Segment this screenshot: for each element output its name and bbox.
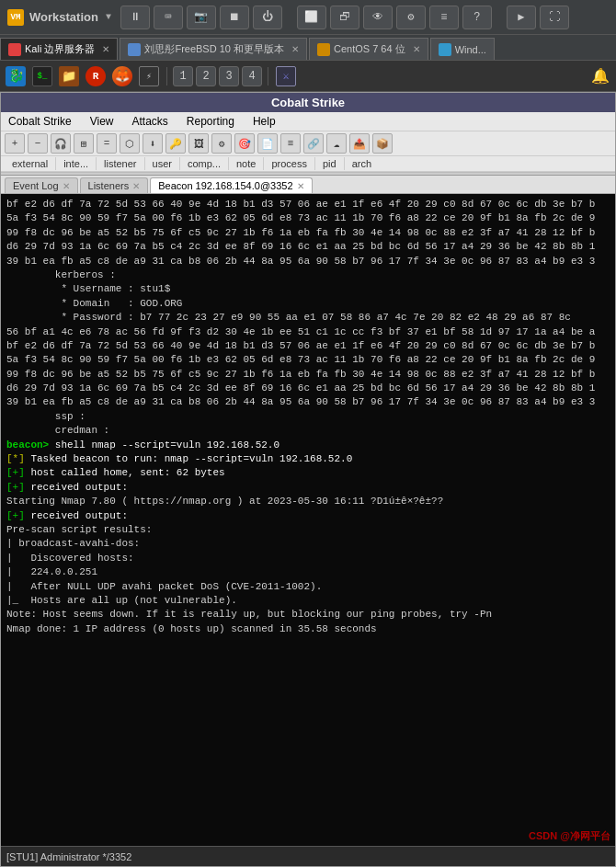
terminal-line: kerberos :	[6, 268, 610, 282]
fullscreen-button[interactable]: ⬜	[297, 6, 326, 29]
download-button[interactable]: ⬇	[143, 133, 163, 154]
freebsd-tab-icon	[128, 43, 141, 56]
terminal-line: d6 29 7d 93 1a 6c 69 7a b5 c4 2c 3d ee 8…	[6, 240, 610, 254]
title-bar: VM Workstation ▼ ⏸ ⌨ 📷 ⏹ ⏻ ⬜ 🗗 👁 ⚙ ≡ ? ▶…	[0, 0, 616, 35]
terminal-line: 39 b1 ea fb a5 c8 de a9 31 ca b8 06 2b 4…	[6, 255, 610, 268]
settings-button[interactable]: ≡	[429, 6, 459, 29]
terminal-line: * Password : b7 77 2c 23 27 e9 90 55 aa …	[6, 311, 610, 325]
cs-tab-beacon[interactable]: Beacon 192.168.154.0@3352 ✕	[150, 177, 312, 193]
col-computer: comp...	[180, 157, 229, 170]
cs-title-bar: Cobalt Strike	[1, 93, 615, 112]
cs-menu-view[interactable]: View	[86, 114, 118, 129]
taskbar-num-3[interactable]: 3	[219, 66, 239, 86]
prefs-button[interactable]: ⚙	[396, 6, 426, 29]
suspend-button[interactable]: ⏹	[220, 6, 249, 29]
image-button[interactable]: 🖼	[188, 133, 209, 154]
cs-tab-eventlog[interactable]: Event Log ✕	[5, 177, 78, 193]
os-tab-wind[interactable]: Wind...	[430, 38, 495, 60]
snapshot-button[interactable]: 📷	[187, 6, 216, 29]
cs-tab-listeners[interactable]: Listeners ✕	[80, 177, 149, 193]
power-button[interactable]: ⏻	[253, 6, 282, 29]
status-text: [STU1] Administrator */3352	[6, 851, 131, 862]
cs-tab-eventlog-close[interactable]: ✕	[63, 181, 70, 191]
link-button[interactable]: 🔗	[303, 133, 324, 154]
freebsd-tab-close[interactable]: ✕	[291, 44, 299, 54]
cs-menu-reporting[interactable]: Reporting	[183, 114, 238, 129]
cs-title-text: Cobalt Strike	[271, 96, 345, 109]
remove-button[interactable]: −	[28, 133, 48, 154]
centos-tab-close[interactable]: ✕	[413, 44, 420, 54]
expand-button[interactable]: ⛶	[540, 6, 569, 29]
cobalt-strike-taskbar-icon[interactable]: ⚔	[274, 64, 298, 88]
firefox-icon[interactable]: 🦊	[110, 64, 134, 88]
terminal-line: Note: Host seems down. If it is really u…	[6, 608, 610, 622]
terminal-line: 5a f3 54 8c 90 59 f7 5a 00 f6 1b e3 62 0…	[6, 353, 610, 367]
terminal-line: ssp :	[6, 410, 610, 424]
centos-tab-label: CentOS 7 64 位	[334, 42, 405, 56]
taskbar-num-4[interactable]: 4	[242, 66, 262, 86]
kali-dragon-icon[interactable]: 🐉	[4, 64, 28, 88]
export-button[interactable]: 📤	[349, 133, 370, 154]
terminal-line: 39 b1 ea fb a5 c8 de a9 31 ca b8 06 2b 4…	[6, 395, 610, 409]
kali-tab-label: Kali 边界服务器	[25, 42, 95, 56]
terminal-line: * Username : stu1$	[6, 282, 610, 296]
script-button[interactable]: 📄	[257, 133, 278, 154]
os-tabs-bar: Kali 边界服务器 ✕ 刘思彤FreeBSD 10 和更早版本 ✕ CentO…	[0, 35, 616, 61]
add-button[interactable]: +	[5, 133, 25, 154]
col-pid: pid	[315, 157, 345, 170]
cs-menu-attacks[interactable]: Attacks	[129, 114, 172, 129]
app-dropdown-arrow[interactable]: ▼	[106, 12, 111, 22]
send-ctrl-alt-del[interactable]: ⌨	[154, 6, 183, 29]
cs-tab-beacon-close[interactable]: ✕	[297, 181, 304, 191]
cs-tab-listeners-close[interactable]: ✕	[132, 181, 140, 191]
terminal-taskbar-icon[interactable]: $_	[30, 64, 54, 88]
os-tab-freebsd[interactable]: 刘思彤FreeBSD 10 和更早版本 ✕	[120, 38, 307, 60]
graph-button[interactable]: ⬡	[120, 133, 140, 154]
grid-button[interactable]: ⊞	[74, 133, 94, 154]
terminal-line: Nmap done: 1 IP address (0 hosts up) sca…	[6, 622, 610, 636]
terminal-button[interactable]: ▶	[507, 6, 536, 29]
kali-tab-close[interactable]: ✕	[102, 44, 109, 54]
pause-button[interactable]: ⏸	[120, 6, 150, 29]
terminal-line: Pre-scan script results:	[6, 523, 610, 537]
cs-toolbar: + − 🎧 ⊞ = ⬡ ⬇ 🔑 🖼 ⚙ 🎯 📄 ≡ 🔗 ☁ 📤 📦	[1, 131, 615, 156]
headphone-button[interactable]: 🎧	[51, 133, 71, 154]
cs-columns-header: external inte... listener user comp... n…	[1, 156, 615, 172]
red-app-icon[interactable]: R	[84, 64, 108, 88]
terminal-line: | broadcast-avahi-dos:	[6, 537, 610, 551]
terminal-line: 56 bf a1 4c e6 78 ac 56 fd 9f f3 d2 30 4…	[6, 325, 610, 339]
cobalt-strike-window: Cobalt Strike Cobalt Strike View Attacks…	[0, 92, 616, 867]
terminal-line: * Domain : GOD.ORG	[6, 297, 610, 311]
col-listener: listener	[97, 157, 144, 170]
view-button[interactable]: 👁	[363, 6, 393, 29]
terminal-line: credman :	[6, 424, 610, 438]
col-note: note	[229, 157, 264, 170]
terminal-line: 5a f3 54 8c 90 59 f7 5a 00 f6 1b e3 62 0…	[6, 211, 610, 225]
settings-cog[interactable]: ⚙	[211, 133, 232, 154]
target-button[interactable]: 🎯	[234, 133, 255, 154]
os-tab-kali[interactable]: Kali 边界服务器 ✕	[0, 38, 118, 60]
watermark: CSDN @净网平台	[529, 829, 610, 843]
unity-button[interactable]: 🗗	[330, 6, 359, 29]
key-button[interactable]: 🔑	[165, 133, 186, 154]
notification-bell-icon[interactable]: 🔔	[588, 64, 612, 88]
equals-button[interactable]: =	[97, 133, 117, 154]
os-tab-centos[interactable]: CentOS 7 64 位 ✕	[309, 38, 428, 60]
cloud-button[interactable]: ☁	[326, 133, 347, 154]
terminal-output: bf e2 d6 df 7a 72 5d 53 66 40 9e 4d 18 b…	[1, 194, 615, 846]
shell-icon[interactable]: ⚡	[137, 64, 161, 88]
list-button[interactable]: ≡	[280, 133, 301, 154]
cs-menu-help[interactable]: Help	[249, 114, 279, 129]
taskbar-num-2[interactable]: 2	[196, 66, 216, 86]
col-process: process	[264, 157, 315, 170]
terminal-line: | 224.0.0.251	[6, 565, 610, 579]
terminal-line: [*] Tasked beacon to run: nmap --script=…	[6, 452, 610, 466]
taskbar-num-1[interactable]: 1	[173, 66, 193, 86]
help-button[interactable]: ?	[462, 6, 492, 29]
terminal-line: | After NULL UDP avahi packet DoS (CVE-2…	[6, 580, 610, 594]
cs-menu-cobalt-strike[interactable]: Cobalt Strike	[5, 114, 75, 129]
app-icon: VM	[7, 9, 24, 26]
file-manager-icon[interactable]: 📁	[57, 64, 81, 88]
cs-tab-beacon-label: Beacon 192.168.154.0@3352	[158, 180, 292, 191]
box-button[interactable]: 📦	[372, 133, 393, 154]
